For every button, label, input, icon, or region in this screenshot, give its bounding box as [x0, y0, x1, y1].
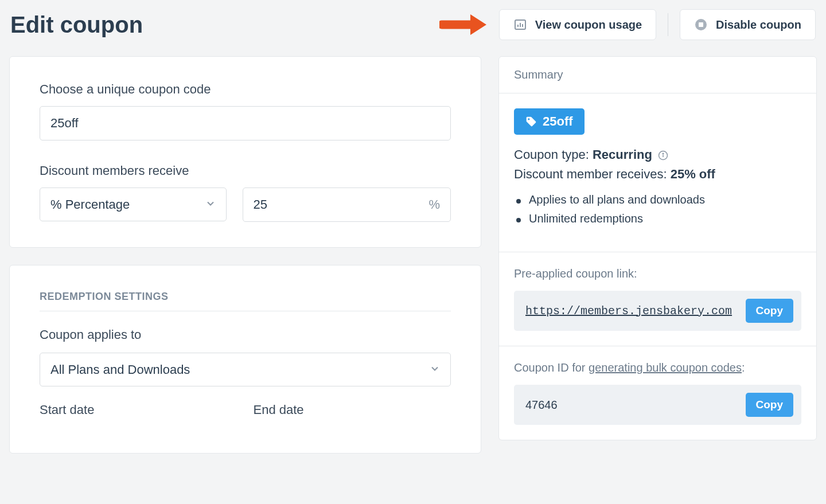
discount-receives-value: 25% off	[671, 167, 715, 181]
discount-fieldset: Discount members receive % Percentage	[40, 163, 451, 222]
discount-type-wrapper: % Percentage	[40, 187, 227, 222]
coupon-id-label-post: :	[742, 361, 745, 374]
summary-title: Summary	[499, 57, 816, 93]
info-icon[interactable]	[658, 150, 668, 161]
left-column: Choose a unique coupon code Discount mem…	[9, 56, 481, 454]
summary-bullet: Applies to all plans and downloads	[514, 193, 801, 206]
copy-link-button[interactable]: Copy	[746, 299, 794, 323]
coupon-type-line: Coupon type: Recurring	[514, 147, 801, 162]
id-copy-box: 47646 Copy	[514, 385, 801, 425]
applies-label: Coupon applies to	[40, 327, 451, 342]
discount-receives-label: Discount member receives:	[514, 167, 671, 181]
coupon-type-value: Recurring	[593, 147, 652, 162]
applies-fieldset: Coupon applies to All Plans and Download…	[40, 327, 451, 386]
applies-select[interactable]: All Plans and Downloads	[40, 353, 451, 386]
summary-card: Summary 25off Coupon type: Recurring	[498, 56, 817, 440]
discount-label: Discount members receive	[40, 163, 451, 178]
link-copy-box: https://members.jensbakery.com Copy	[514, 291, 801, 331]
view-usage-label: View coupon usage	[535, 18, 642, 32]
coupon-id-label-pre: Coupon ID for	[514, 361, 589, 374]
tag-icon	[525, 116, 537, 127]
preapplied-label: Pre-applied coupon link:	[514, 267, 801, 280]
stop-icon	[694, 18, 708, 32]
chart-icon	[513, 18, 527, 32]
svg-rect-5	[699, 22, 703, 27]
coupon-code-input[interactable]	[40, 106, 451, 140]
page-header: Edit coupon View coupon usage	[9, 9, 817, 40]
preapplied-link-value[interactable]: https://members.jensbakery.com	[525, 304, 737, 318]
preapplied-link-section: Pre-applied coupon link: https://members…	[499, 252, 816, 346]
bulk-codes-link[interactable]: generating bulk coupon codes	[589, 361, 742, 374]
header-actions: View coupon usage Disable coupon	[439, 9, 816, 40]
discount-line: Discount member receives: 25% off	[514, 167, 801, 182]
pointer-arrow-icon	[439, 11, 490, 38]
discount-type-select[interactable]: % Percentage	[40, 187, 227, 221]
coupon-id-label: Coupon ID for generating bulk coupon cod…	[514, 361, 801, 374]
code-fieldset: Choose a unique coupon code	[40, 82, 451, 140]
code-label: Choose a unique coupon code	[40, 82, 451, 97]
summary-bullet: Unlimited redemptions	[514, 212, 801, 225]
summary-bullets: Applies to all plans and downloads Unlim…	[514, 193, 801, 225]
header-divider	[668, 13, 668, 36]
coupon-type-label: Coupon type:	[514, 147, 593, 162]
coupon-id-value: 47646	[525, 398, 737, 412]
coupon-badge-label: 25off	[543, 114, 573, 129]
content: Choose a unique coupon code Discount mem…	[9, 56, 817, 454]
disable-coupon-label: Disable coupon	[716, 18, 801, 32]
summary-body: 25off Coupon type: Recurring Discount me…	[499, 93, 816, 252]
end-date-field: End date	[254, 403, 451, 428]
disable-coupon-button[interactable]: Disable coupon	[680, 9, 816, 40]
start-date-field: Start date	[40, 403, 237, 428]
end-date-label: End date	[254, 403, 451, 417]
svg-point-8	[663, 153, 664, 154]
discount-value-wrapper: %	[243, 187, 451, 222]
coupon-id-section: Coupon ID for generating bulk coupon cod…	[499, 346, 816, 440]
right-column: Summary 25off Coupon type: Recurring	[498, 56, 817, 440]
discount-row: % Percentage %	[40, 187, 451, 222]
discount-suffix: %	[428, 197, 440, 212]
redemption-heading: REDEMPTION SETTINGS	[40, 291, 451, 311]
copy-id-button[interactable]: Copy	[746, 393, 794, 417]
page-title: Edit coupon	[10, 12, 143, 38]
redemption-settings-card: REDEMPTION SETTINGS Coupon applies to Al…	[9, 265, 481, 454]
coupon-badge: 25off	[514, 108, 585, 135]
discount-value-input[interactable]	[254, 197, 429, 212]
date-row: Start date End date	[40, 403, 451, 428]
coupon-details-card: Choose a unique coupon code Discount mem…	[9, 56, 481, 248]
view-usage-button[interactable]: View coupon usage	[499, 9, 656, 40]
start-date-label: Start date	[40, 403, 237, 417]
applies-select-wrapper: All Plans and Downloads	[40, 353, 451, 386]
